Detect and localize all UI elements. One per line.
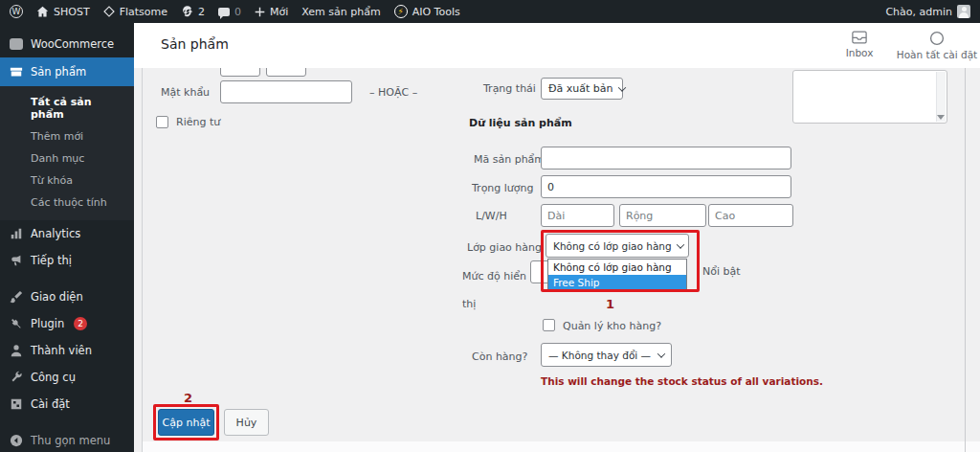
dropdown-option-free-ship[interactable]: Free Ship <box>548 275 686 290</box>
sidebar-gap <box>0 418 134 423</box>
shipping-class-select[interactable]: Không có lớp giao hàng <box>546 234 689 258</box>
view-product-label: Xem sản phẩm <box>301 6 380 18</box>
products-submenu: Tất cả sản phẩm Thêm mới Danh mục Từ khó… <box>0 86 134 220</box>
partial-field-1[interactable] <box>220 68 260 77</box>
sidebar-item-analytics[interactable]: Analytics <box>0 220 134 247</box>
sidebar-item-users[interactable]: Thành viên <box>0 337 134 364</box>
password-label: Mật khẩu <box>161 86 210 99</box>
plugins-label: Plugin <box>31 317 64 330</box>
theme-link[interactable]: Flatsome <box>103 6 167 18</box>
settings-label: Cài đặt <box>31 397 70 411</box>
user-icon <box>10 344 23 357</box>
settings-icon <box>10 397 23 411</box>
finish-setup-label: Hoàn tất cài đặt <box>897 49 977 60</box>
analytics-label: Analytics <box>31 227 80 240</box>
dropdown-option-no-class[interactable]: Không có lớp giao hàng <box>548 260 686 275</box>
scroll-down-caret-icon <box>937 115 945 120</box>
height-input[interactable] <box>708 204 793 227</box>
collapse-menu-button[interactable]: Thu gọn menu <box>0 427 134 452</box>
screen: W SHOST Flatsome 2 0 Mới Xem sản phẩm ⚡ … <box>0 0 980 452</box>
shipping-class-dropdown: Không có lớp giao hàng Free Ship <box>547 259 687 291</box>
private-label: Riêng tư <box>176 116 220 128</box>
annotation-number-1: 1 <box>606 297 614 311</box>
sidebar-gap <box>0 274 134 283</box>
password-input[interactable] <box>220 80 352 103</box>
sku-label: Mã sản phẩm <box>474 153 545 166</box>
plugins-update-badge: 2 <box>74 317 87 330</box>
chevron-down-icon <box>657 350 665 357</box>
sidebar-item-products[interactable]: Sản phẩm <box>0 57 134 86</box>
site-name: SHOST <box>54 6 90 18</box>
updates-link[interactable]: 2 <box>181 6 205 18</box>
lightning-icon: ⚡ <box>394 5 408 18</box>
products-label: Sản phẩm <box>31 65 86 79</box>
progress-circle-icon <box>929 31 945 46</box>
status-select[interactable]: Đã xuất bản <box>541 78 623 100</box>
sidebar-item-tags[interactable]: Từ khóa <box>0 170 134 192</box>
new-label: Mới <box>270 6 288 18</box>
view-product-link[interactable]: Xem sản phẩm <box>301 6 380 18</box>
finish-setup-button[interactable]: Hoàn tất cài đặt <box>893 31 980 60</box>
wordpress-logo-icon[interactable]: W <box>10 5 23 18</box>
marketing-label: Tiếp thị <box>31 254 72 267</box>
table-left-border <box>142 68 143 452</box>
page-header: Sản phẩm Inbox Hoàn tất cài đặt <box>134 23 980 68</box>
sidebar-item-appearance[interactable]: Giao diện <box>0 283 134 310</box>
products-icon <box>10 65 23 79</box>
stock-status-select[interactable]: — Không thay đổi — <box>541 343 672 367</box>
home-icon <box>36 6 49 18</box>
sidebar-item-tools[interactable]: Công cụ <box>0 364 134 391</box>
sidebar-item-all-products[interactable]: Tất cả sản phẩm <box>0 91 134 125</box>
visibility-label: Mức độ hiển thị <box>462 262 535 318</box>
cancel-button[interactable]: Hủy <box>224 409 269 436</box>
sidebar-item-settings[interactable]: Cài đặt <box>0 391 134 418</box>
site-link[interactable]: SHOST <box>36 6 90 18</box>
aio-tools-link[interactable]: ⚡ AIO Tools <box>394 5 460 18</box>
updates-count: 2 <box>198 6 205 18</box>
sidebar-item-woocommerce[interactable]: woo WooCommerce <box>0 31 134 57</box>
account-menu[interactable]: Chào, admin <box>885 5 970 18</box>
status-label: Trạng thái <box>483 82 536 95</box>
category-list-box[interactable] <box>792 70 947 124</box>
sidebar-item-marketing[interactable]: Tiếp thị <box>0 247 134 274</box>
weight-label: Trọng lượng <box>472 182 534 194</box>
annotation-number-2: 2 <box>184 391 192 405</box>
bulk-edit-form: Mật khẩu – HOẶC – Riêng tư Trạng thái Đã… <box>134 68 980 452</box>
or-separator: – HOẶC – <box>369 86 417 99</box>
collapse-label: Thu gọn menu <box>31 434 110 447</box>
manage-stock-label: Quản lý kho hàng? <box>563 320 661 332</box>
new-content-link[interactable]: Mới <box>255 6 288 18</box>
update-button[interactable]: Cập nhật <box>158 409 214 436</box>
theme-name: Flatsome <box>120 6 167 18</box>
avatar <box>957 5 970 18</box>
stock-status-value: — Không thay đổi — <box>548 350 651 361</box>
appearance-label: Giao diện <box>31 290 83 304</box>
users-label: Thành viên <box>31 344 92 357</box>
sidebar-item-plugins[interactable]: Plugin 2 <box>0 310 134 337</box>
width-input[interactable] <box>619 204 706 227</box>
collapse-icon <box>10 434 23 447</box>
aio-tools-label: AIO Tools <box>412 6 460 18</box>
weight-input[interactable] <box>541 175 791 198</box>
sku-input[interactable] <box>541 147 791 170</box>
sidebar-item-categories[interactable]: Danh mục <box>0 147 134 170</box>
woocommerce-icon: woo <box>10 38 23 50</box>
sidebar-item-attributes[interactable]: Các thuộc tính <box>0 192 134 214</box>
featured-label: Nổi bật <box>702 265 741 278</box>
greeting-text: Chào, admin <box>885 6 952 18</box>
flatsome-icon <box>103 6 115 17</box>
megaphone-icon <box>10 254 23 267</box>
tools-label: Công cụ <box>31 371 76 384</box>
comments-link[interactable]: 0 <box>218 6 241 18</box>
private-checkbox[interactable] <box>156 116 168 128</box>
partial-field-2[interactable] <box>266 68 306 77</box>
manage-stock-checkbox[interactable] <box>543 319 555 331</box>
chevron-down-icon <box>676 240 683 248</box>
sidebar-item-add-new[interactable]: Thêm mới <box>0 125 134 147</box>
product-data-heading: Dữ liệu sản phẩm <box>469 117 572 129</box>
scrollbar-track[interactable] <box>965 68 966 452</box>
inbox-icon <box>852 31 867 44</box>
inbox-button[interactable]: Inbox <box>835 31 883 58</box>
length-input[interactable] <box>541 204 614 227</box>
plus-icon <box>255 7 265 17</box>
